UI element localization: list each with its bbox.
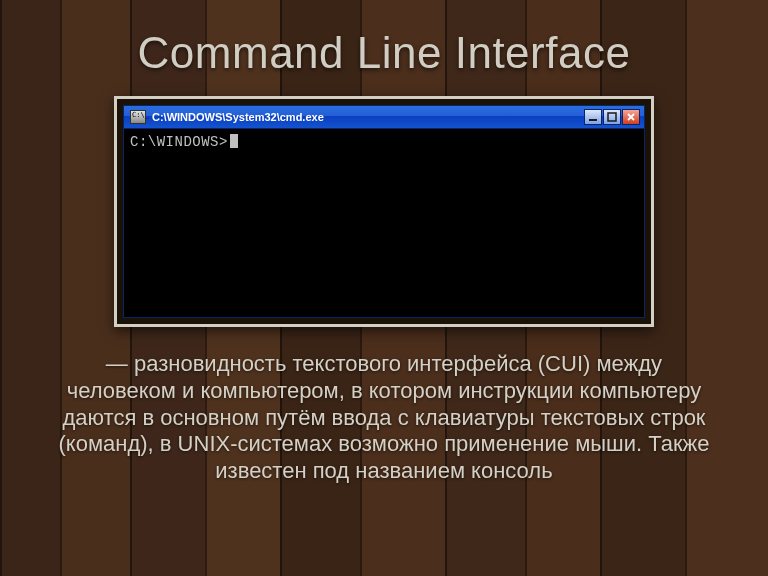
slide-body-text: — разновидность текстового интерфейса (C… (36, 351, 732, 485)
presentation-slide: Command Line Interface C:\WINDOWS\System… (0, 0, 768, 576)
terminal-prompt: C:\WINDOWS> (130, 134, 228, 150)
minimize-icon (588, 112, 598, 122)
maximize-button[interactable] (603, 109, 621, 125)
window-titlebar[interactable]: C:\WINDOWS\System32\cmd.exe (124, 106, 644, 129)
window-controls (584, 109, 640, 125)
close-icon (626, 112, 636, 122)
svg-rect-0 (589, 119, 597, 121)
terminal-cursor (230, 134, 238, 148)
close-button[interactable] (622, 109, 640, 125)
terminal-body[interactable]: C:\WINDOWS> (124, 129, 644, 317)
maximize-icon (607, 112, 617, 122)
minimize-button[interactable] (584, 109, 602, 125)
window-title: C:\WINDOWS\System32\cmd.exe (152, 111, 578, 123)
slide-title: Command Line Interface (36, 28, 732, 78)
svg-rect-1 (608, 113, 616, 121)
cmd-window: C:\WINDOWS\System32\cmd.exe (123, 105, 645, 318)
screenshot-frame: C:\WINDOWS\System32\cmd.exe (114, 96, 654, 327)
cmd-icon (130, 110, 146, 124)
